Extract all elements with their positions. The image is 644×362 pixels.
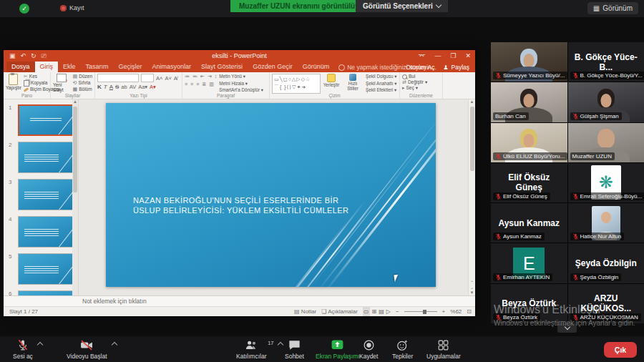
slide-thumbnail-6[interactable]: 6 — [18, 290, 74, 295]
bold-button[interactable]: K — [97, 84, 102, 90]
columns-icon[interactable]: ▥ — [209, 82, 214, 87]
close-icon[interactable]: ✕ — [465, 50, 471, 62]
participant-tile-11[interactable]: EEmirhan AYTEKİN — [491, 243, 567, 283]
chevron-up-icon[interactable] — [111, 342, 117, 348]
shapes-gallery[interactable]: ▭╲◻○△▷◇☆⌒{ }⟨⟩▽✦➔ — [272, 74, 321, 94]
align-text-button[interactable]: Metni Hizala ▾ — [219, 81, 263, 86]
arrange-button[interactable]: Yerleştir — [321, 74, 342, 92]
thumbnail-preview[interactable] — [18, 179, 74, 210]
numbering-icon[interactable]: ≕ — [192, 74, 197, 79]
slide-title-text[interactable]: NAZAN BEKİROĞLU'NUN SEÇİLİ ESERLERİNDE B… — [133, 196, 355, 215]
thumbnail-preview[interactable] — [18, 104, 74, 136]
fit-to-window-button[interactable]: ⊡ — [467, 307, 472, 316]
indent-increase-icon[interactable]: ⇥ — [208, 74, 212, 79]
ppt-tab-ekle[interactable]: Ekle — [58, 62, 81, 72]
align-center-icon[interactable]: ≡ — [190, 82, 193, 87]
zoom-out-button[interactable]: − — [396, 307, 399, 316]
ribbon-options-icon[interactable]: ⌤ — [418, 50, 425, 62]
view-options-button[interactable]: Görüntü Seçenekleri — [356, 0, 448, 12]
participant-tile-14[interactable]: ARZU KÜÇÜKOS...ARZU KÜÇÜKOSMAN — [568, 284, 644, 323]
align-left-icon[interactable]: ≡ — [185, 82, 187, 87]
indent-decrease-icon[interactable]: ⇤ — [200, 74, 205, 79]
ppt-tab-geçişler[interactable]: Geçişler — [114, 62, 147, 72]
line-spacing-icon[interactable]: ↕ — [215, 74, 218, 79]
layout-button[interactable]: ▤Düzen — [73, 74, 92, 79]
ppt-tab-gözden-geçir[interactable]: Gözden Geçir — [248, 62, 298, 72]
apps-button[interactable]: Uygulamalar — [426, 338, 461, 360]
slide-thumbnails-panel[interactable]: 654321 ▲ — [4, 99, 79, 295]
slide-thumbnail-5[interactable]: 5 — [18, 253, 74, 285]
font-size-select[interactable] — [141, 74, 154, 82]
participant-tile-5[interactable]: Ülkü ELİUZ Büyü/Yoru... — [491, 123, 567, 162]
share-button[interactable]: Paylaş — [443, 64, 469, 71]
find-button[interactable]: Bul — [402, 74, 440, 79]
ppt-tab-dosya[interactable]: Dosya — [6, 62, 35, 72]
slide-sorter-view-button[interactable]: ⊞ — [372, 307, 377, 316]
strikethrough-button[interactable]: S — [115, 84, 119, 90]
zoom-level[interactable]: %62 — [450, 307, 462, 316]
paste-button[interactable]: Yapıştır — [6, 74, 21, 92]
thumbnail-preview[interactable] — [18, 216, 74, 248]
ppt-tab-tasarım[interactable]: Tasarım — [81, 62, 114, 72]
participant-tile-2[interactable]: B. Gökçe Yüce-B...B. Gökçe Yüce-Büyü/Y..… — [568, 42, 644, 82]
font-color-button[interactable]: A▾ — [150, 84, 156, 90]
section-button[interactable]: ▦Bölüm — [73, 87, 92, 92]
chevron-up-icon[interactable] — [277, 342, 283, 348]
italic-button[interactable]: T — [104, 84, 107, 90]
change-case-button[interactable]: Aa▾ — [138, 84, 147, 90]
slideshow-button[interactable]: ▷ — [386, 307, 391, 316]
participant-tile-12[interactable]: Şeyda ÖzbilginŞeyda Özbilgin — [568, 243, 644, 283]
new-slide-button[interactable]: Yeni Slayt — [53, 74, 71, 92]
thumbnails-scrollbar[interactable]: ▲ — [72, 99, 78, 295]
bullets-icon[interactable]: ≔ — [185, 74, 190, 79]
ppt-tab-görünüm[interactable]: Görünüm — [298, 62, 335, 72]
normal-view-button[interactable]: ▭ — [363, 307, 370, 316]
reading-view-button[interactable]: ▤ — [379, 307, 384, 316]
shape-effects-button[interactable]: Şekil Efektleri ▾ — [366, 87, 396, 92]
record-button[interactable]: Kaydet — [359, 338, 378, 360]
restore-icon[interactable]: ❐ — [450, 50, 456, 62]
grid-collapse-button[interactable] — [557, 323, 577, 333]
shape-outline-button[interactable]: Şekil Anahattı ▾ — [366, 81, 396, 86]
font-name-select[interactable] — [97, 74, 139, 82]
quick-styles-button[interactable]: Hızlı Stiller — [342, 74, 364, 92]
sign-in-button[interactable]: Oturum Aç — [406, 64, 434, 71]
ppt-tab-slayt-gösterisi[interactable]: Slayt Gösterisi — [196, 62, 248, 72]
zoom-slider-knob[interactable] — [423, 310, 426, 314]
view-button[interactable]: ▦ Görünüm — [587, 2, 638, 14]
grow-font-icon[interactable]: A˄ — [156, 75, 162, 82]
slide-editing-area[interactable]: NAZAN BEKİROĞLU'NUN SEÇİLİ ESERLERİNDE B… — [79, 99, 468, 295]
participant-tile-13[interactable]: Beyza ÖztürkBeyza Öztürk — [491, 284, 567, 323]
comments-toggle[interactable]: ❏ Açıklamalar — [321, 307, 358, 316]
select-button[interactable]: ▸Seç ▾ — [402, 85, 440, 91]
share-screen-button[interactable]: Ekran Paylaşımı — [316, 338, 360, 360]
leave-meeting-button[interactable]: Çık — [604, 342, 637, 358]
text-direction-button[interactable]: Metin Yönü ▾ — [219, 74, 263, 79]
slide-scrollbar[interactable]: ▲⌃⌄▼ — [468, 99, 475, 295]
minimize-icon[interactable]: — — [434, 50, 441, 62]
start-video-button[interactable]: Videoyu Başlat — [67, 338, 107, 360]
thumbnail-preview[interactable] — [18, 290, 74, 295]
reactions-button[interactable]: Tepkiler — [392, 338, 413, 360]
participant-tile-4[interactable]: Gülşah Şişman — [568, 82, 644, 122]
chevron-up-icon[interactable] — [37, 342, 43, 348]
ppt-titlebar[interactable]: ▣ ↶ ↻ ⎚ eksilti - PowerPoint ⌤ — ❐ ✕ — [4, 50, 475, 62]
participant-tile-7[interactable]: Elif Öksüz GüneşElif Öksüz Güneş — [491, 163, 567, 202]
clear-format-icon[interactable]: A̸ — [174, 75, 177, 82]
participant-tile-8[interactable]: ❋Emrali Seferoğlu-Büyü... — [568, 163, 644, 202]
participant-tile-10[interactable]: Hatice Nur Altun — [568, 203, 644, 243]
smartart-button[interactable]: SmartArt'a Dönüştür ▾ — [219, 87, 263, 92]
slide-thumbnail-1[interactable]: 1 — [18, 104, 74, 136]
shape-fill-button[interactable]: Şekil Dolgusu ▾ — [366, 74, 396, 79]
align-right-icon[interactable]: ≡ — [196, 82, 199, 87]
participant-tile-6[interactable]: Muzaffer UZUN — [568, 123, 644, 162]
slide-thumbnail-2[interactable]: 2 — [18, 142, 74, 173]
underline-button[interactable]: A — [109, 84, 113, 90]
zoom-slider[interactable] — [404, 311, 437, 312]
notes-pane[interactable]: Not eklemek için tıklatın — [4, 295, 475, 307]
participants-button[interactable]: Katılımcılar 17 — [236, 338, 267, 360]
slide-thumbnail-4[interactable]: 4 — [18, 216, 74, 248]
participant-tile-1[interactable]: Sümeyye Yazıcı Büyü/... — [491, 42, 567, 82]
participant-tile-9[interactable]: Aysun KanmazAysun Kanmaz — [491, 203, 567, 243]
zoom-in-button[interactable]: + — [442, 307, 446, 316]
